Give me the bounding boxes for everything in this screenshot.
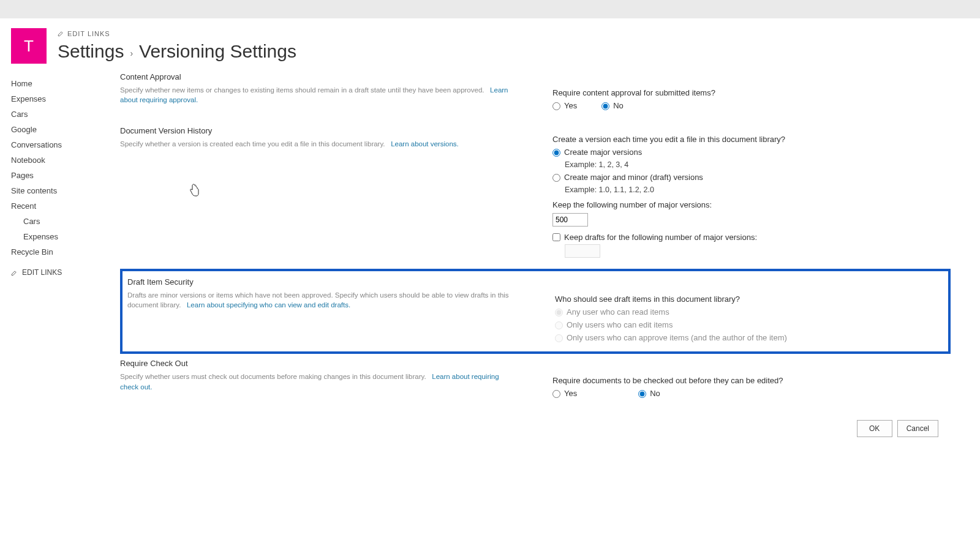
checkout-no[interactable]: No (638, 389, 660, 398)
draft-opt-approve-radio[interactable] (555, 334, 563, 342)
draft-title: Draft Item Security (127, 277, 518, 287)
page-body: T EDIT LINKS Settings › Versioning Setti… (0, 18, 980, 437)
nav-conversations[interactable]: Conversations (11, 137, 120, 152)
sidebar: Home Expenses Cars Google Conversations … (11, 72, 120, 277)
history-major[interactable]: Create major versions (552, 148, 951, 158)
history-minor-example: Example: 1.0, 1.1, 1.2, 2.0 (552, 186, 951, 194)
checkout-yes[interactable]: Yes (552, 389, 577, 398)
approval-no[interactable]: No (601, 101, 624, 110)
draft-text: Drafts are minor versions or items which… (127, 290, 518, 310)
pencil-icon (11, 269, 17, 276)
keep-drafts-checkbox[interactable] (552, 233, 560, 241)
draft-opt-edit-radio[interactable] (555, 321, 563, 329)
edit-links-label: EDIT LINKS (67, 30, 110, 37)
history-major-radio[interactable] (552, 149, 560, 157)
title-area: EDIT LINKS Settings › Versioning Setting… (58, 28, 296, 62)
draft-opt-edit[interactable]: Only users who can edit items (555, 320, 943, 331)
content: Content Approval Specify whether new ite… (120, 72, 969, 437)
approval-text: Specify whether new items or changes to … (120, 85, 516, 105)
nav-site-contents[interactable]: Site contents (11, 183, 120, 198)
history-question: Create a version each time you edit a fi… (552, 135, 951, 144)
draft-opt-any[interactable]: Any user who can read items (555, 307, 943, 318)
nav-edit-links-label: EDIT LINKS (22, 268, 62, 277)
nav-recent-cars[interactable]: Cars (11, 214, 120, 229)
keep-major-input[interactable] (552, 213, 588, 227)
nav-expenses[interactable]: Expenses (11, 91, 120, 107)
pencil-icon (58, 31, 64, 37)
page-header: T EDIT LINKS Settings › Versioning Setti… (11, 28, 969, 64)
suite-bar (0, 0, 980, 18)
checkout-title: Require Check Out (120, 359, 516, 368)
nav-google[interactable]: Google (11, 122, 120, 137)
nav-recent[interactable]: Recent (11, 198, 120, 214)
section-content-approval: Content Approval Specify whether new ite… (120, 72, 951, 115)
history-minor[interactable]: Create major and minor (draft) versions (552, 173, 951, 183)
nav-edit-links[interactable]: EDIT LINKS (11, 268, 120, 277)
section-version-history: Document Version History Specify whether… (120, 126, 951, 258)
cancel-button[interactable]: Cancel (897, 420, 938, 437)
keep-major-label: Keep the following number of major versi… (552, 200, 951, 209)
history-major-example: Example: 1, 2, 3, 4 (552, 160, 951, 169)
checkout-question: Require documents to be checked out befo… (552, 376, 951, 385)
keep-drafts-input (565, 244, 600, 258)
draft-learn-link[interactable]: Learn about specifying who can view and … (187, 301, 350, 309)
layout: Home Expenses Cars Google Conversations … (11, 72, 969, 437)
approval-question: Require content approval for submitted i… (552, 88, 951, 97)
history-text: Specify whether a version is created eac… (120, 139, 516, 149)
section-draft-security: Draft Item Security Drafts are minor ver… (127, 277, 943, 346)
breadcrumb-current: Versioning Settings (139, 41, 296, 62)
approval-no-radio[interactable] (601, 102, 609, 110)
approval-yes[interactable]: Yes (552, 101, 577, 110)
approval-yes-radio[interactable] (552, 102, 560, 110)
site-logo-letter: T (24, 37, 34, 56)
section-checkout: Require Check Out Specify whether users … (120, 359, 951, 403)
nav-pages[interactable]: Pages (11, 168, 120, 183)
keep-drafts-label: Keep drafts for the following number of … (564, 233, 757, 242)
approval-title: Content Approval (120, 72, 516, 81)
nav-notebook[interactable]: Notebook (11, 152, 120, 168)
draft-opt-approve[interactable]: Only users who can approve items (and th… (555, 333, 943, 343)
nav-cars[interactable]: Cars (11, 107, 120, 122)
checkout-text: Specify whether users must check out doc… (120, 372, 516, 391)
draft-item-security-highlight: Draft Item Security Drafts are minor ver… (120, 269, 951, 354)
checkout-no-radio[interactable] (638, 390, 646, 398)
nav-recycle-bin[interactable]: Recycle Bin (11, 244, 120, 260)
edit-links-top[interactable]: EDIT LINKS (58, 30, 110, 37)
history-minor-radio[interactable] (552, 174, 560, 182)
breadcrumb-parent[interactable]: Settings (58, 41, 124, 62)
history-title: Document Version History (120, 126, 516, 135)
history-learn-link[interactable]: Learn about versions. (391, 140, 459, 148)
draft-opt-any-radio[interactable] (555, 309, 563, 317)
nav-home[interactable]: Home (11, 76, 120, 91)
nav-recent-expenses[interactable]: Expenses (11, 229, 120, 244)
button-row: OK Cancel (120, 420, 951, 437)
site-logo[interactable]: T (11, 28, 47, 64)
ok-button[interactable]: OK (857, 420, 892, 437)
draft-question: Who should see draft items in this docum… (555, 294, 943, 304)
breadcrumb: Settings › Versioning Settings (58, 41, 296, 62)
breadcrumb-separator: › (130, 45, 133, 58)
checkout-yes-radio[interactable] (552, 390, 560, 398)
